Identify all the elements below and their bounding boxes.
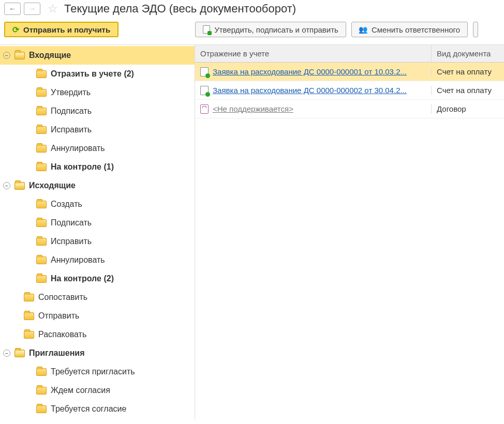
folder-icon: [36, 275, 47, 283]
tree-item-label: Распаковать: [38, 330, 86, 339]
tree-item-label: Ждем согласия: [51, 386, 110, 395]
folder-tree[interactable]: −ВходящиеОтразить в учете (2)УтвердитьПо…: [0, 45, 195, 419]
tree-item-need_consent[interactable]: Требуется согласие: [0, 400, 195, 418]
folder-icon: [24, 331, 34, 339]
tree-item-label: Исправить: [51, 125, 92, 134]
tree-item-control_out[interactable]: На контроле (2): [0, 269, 195, 288]
grid-header: Отражение в учете Вид документа: [195, 45, 504, 63]
arrow-right-icon: →: [28, 5, 36, 13]
clipboard-icon: [200, 104, 209, 114]
tree-item-sign_in[interactable]: Подписать: [0, 102, 195, 120]
tree-item-cancel_in[interactable]: Аннулировать: [0, 139, 195, 158]
tree-item-label: На контроле (1): [51, 162, 114, 172]
tree-item-label: Исправить: [51, 237, 92, 246]
tree-item-unpack[interactable]: Распаковать: [0, 325, 195, 344]
folder-icon: [36, 108, 47, 115]
tree-item-approve[interactable]: Утвердить: [0, 83, 195, 102]
tree-item-wait_consent[interactable]: Ждем согласия: [0, 381, 195, 400]
folder-icon: [36, 201, 47, 208]
folder-icon: [14, 182, 25, 190]
column-header-reflect[interactable]: Отражение в учете: [195, 45, 432, 62]
collapse-icon[interactable]: −: [3, 182, 10, 189]
tree-item-create[interactable]: Создать: [0, 195, 195, 214]
tree-item-fix_in[interactable]: Исправить: [0, 120, 195, 139]
folder-icon: [36, 405, 47, 413]
document-link[interactable]: <Не поддерживается>: [213, 104, 293, 113]
tree-item-label: Аннулировать: [51, 255, 105, 265]
refresh-icon: ⟳: [12, 25, 19, 35]
tree-item-label: Требуется согласие: [51, 404, 126, 414]
approve-sign-send-button[interactable]: Утвердить, подписать и отправить: [195, 22, 346, 37]
folder-icon: [24, 294, 34, 301]
toolbar: ⟳ Отправить и получить Утвердить, подпис…: [0, 20, 504, 45]
document-type-cell: Счет на оплату: [432, 67, 504, 76]
grid-row[interactable]: Заявка на расходование ДС 0000-000001 от…: [195, 63, 504, 81]
folder-icon: [36, 387, 47, 395]
folder-icon: [36, 89, 47, 97]
tree-item-compare[interactable]: Сопоставить: [0, 288, 195, 307]
tree-item-label: Утвердить: [51, 88, 91, 97]
change-user-icon: 👥: [359, 25, 367, 34]
document-ok-icon: [200, 86, 209, 95]
document-link[interactable]: Заявка на расходование ДС 0000-000002 от…: [213, 86, 407, 95]
grid-row[interactable]: <Не поддерживается>Договор: [195, 100, 504, 118]
tree-item-label: Отразить в учете (2): [51, 69, 134, 79]
tree-item-fix_out[interactable]: Исправить: [0, 232, 195, 251]
folder-icon: [36, 256, 47, 264]
folder-icon: [14, 350, 25, 357]
folder-icon: [36, 145, 47, 153]
overflow-button[interactable]: [473, 22, 478, 37]
tree-item-need_invite[interactable]: Требуется пригласить: [0, 362, 195, 381]
document-type-cell: Счет на оплату: [432, 86, 504, 95]
folder-icon: [14, 52, 25, 59]
main-split: −ВходящиеОтразить в учете (2)УтвердитьПо…: [0, 45, 504, 419]
approve-sign-send-label: Утвердить, подписать и отправить: [214, 25, 338, 34]
tree-item-cancel_out[interactable]: Аннулировать: [0, 251, 195, 269]
folder-icon: [36, 219, 47, 227]
tree-item-invitations[interactable]: −Приглашения: [0, 344, 195, 362]
tree-item-label: Сопоставить: [38, 293, 87, 302]
tree-item-label: Входящие: [29, 51, 71, 60]
tree-item-send[interactable]: Отправить: [0, 307, 195, 325]
grid-body: Заявка на расходование ДС 0000-000001 от…: [195, 63, 504, 118]
change-responsible-label: Сменить ответственного: [372, 25, 460, 34]
document-grid: Отражение в учете Вид документа Заявка н…: [195, 45, 504, 419]
folder-icon: [36, 238, 47, 246]
tree-item-sign_out[interactable]: Подписать: [0, 214, 195, 232]
document-type-cell: Договор: [432, 104, 504, 113]
tree-item-outgoing[interactable]: −Исходящие: [0, 176, 195, 195]
tree-item-label: Отправить: [38, 311, 79, 321]
grid-row[interactable]: Заявка на расходование ДС 0000-000002 от…: [195, 81, 504, 100]
column-header-doc-type[interactable]: Вид документа: [432, 45, 504, 62]
tree-item-label: Исходящие: [29, 181, 76, 190]
nav-forward-button[interactable]: →: [24, 3, 40, 15]
favorite-star-icon[interactable]: ☆: [48, 3, 58, 14]
tree-item-incoming[interactable]: −Входящие: [0, 46, 195, 65]
folder-icon: [36, 368, 47, 376]
document-check-icon: [203, 25, 210, 34]
change-responsible-button[interactable]: 👥 Сменить ответственного: [351, 22, 468, 37]
page-title: Текущие дела ЭДО (весь документооборот): [64, 2, 296, 16]
tree-item-label: Создать: [51, 200, 82, 209]
tree-item-label: Приглашения: [29, 349, 85, 358]
send-receive-label: Отправить и получить: [23, 25, 110, 34]
tree-item-label: Аннулировать: [51, 144, 105, 153]
arrow-left-icon: ←: [9, 5, 16, 13]
folder-icon: [36, 126, 47, 134]
nav-back-button[interactable]: ←: [4, 3, 21, 15]
folder-icon: [36, 70, 47, 78]
tree-item-label: Подписать: [51, 107, 92, 116]
tree-item-reflect[interactable]: Отразить в учете (2): [0, 65, 195, 83]
folder-icon: [36, 163, 47, 171]
document-ok-icon: [200, 67, 209, 77]
folder-icon: [24, 312, 34, 320]
tree-item-label: На контроле (2): [51, 274, 114, 283]
tree-item-control_in[interactable]: На контроле (1): [0, 158, 195, 176]
tree-item-label: Требуется пригласить: [51, 367, 135, 376]
tree-item-label: Подписать: [51, 218, 92, 228]
collapse-icon[interactable]: −: [3, 350, 10, 357]
titlebar: ← → ☆ Текущие дела ЭДО (весь документооб…: [0, 0, 504, 20]
send-receive-button[interactable]: ⟳ Отправить и получить: [4, 22, 118, 37]
collapse-icon[interactable]: −: [3, 52, 10, 59]
document-link[interactable]: Заявка на расходование ДС 0000-000001 от…: [213, 67, 407, 76]
